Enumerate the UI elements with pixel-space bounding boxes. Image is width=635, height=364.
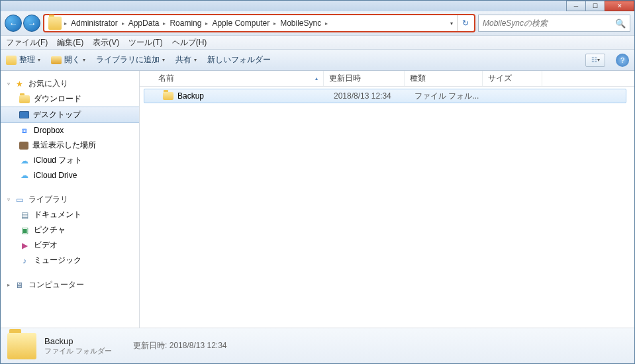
dropbox-icon: ⧈ — [19, 125, 30, 136]
recent-icon — [19, 142, 28, 150]
picture-icon: ▣ — [19, 225, 30, 236]
titlebar: ─ ☐ ✕ — [1, 1, 634, 11]
details-modified: 更新日時: 2018/8/13 12:34 — [133, 340, 226, 351]
file-type: ファイル フォル... — [409, 91, 487, 102]
file-pane: 名前▴ 更新日時 種類 サイズ Backup 2018/8/13 12:34 フ… — [140, 71, 634, 328]
chevron-right-icon: ▸ — [325, 21, 328, 26]
menu-help[interactable]: ヘルプ(H) — [172, 37, 207, 48]
folder-icon — [163, 92, 173, 100]
sidebar-item-documents[interactable]: ▤ドキュメント — [1, 207, 139, 222]
breadcrumb[interactable]: Apple Computer — [208, 19, 273, 28]
menu-edit[interactable]: 編集(E) — [57, 37, 83, 48]
menu-view[interactable]: 表示(V) — [93, 37, 119, 48]
star-icon: ★ — [14, 79, 24, 89]
expand-icon: ▸ — [7, 282, 10, 288]
menu-tools[interactable]: ツール(T) — [128, 37, 162, 48]
sidebar-item-recent[interactable]: 最近表示した場所 — [1, 138, 139, 153]
column-type[interactable]: 種類 — [405, 71, 483, 86]
back-button[interactable]: ← — [5, 15, 22, 32]
column-size[interactable]: サイズ — [483, 71, 542, 86]
refresh-button[interactable]: ↻ — [457, 15, 473, 31]
details-type: ファイル フォルダー — [44, 346, 112, 356]
folder-icon — [48, 17, 62, 30]
navigation-pane: ▿ ★ お気に入り ダウンロード デスクトップ ⧈Dropbox 最近表示した場… — [1, 71, 140, 328]
organize-button[interactable]: 整理 — [6, 54, 40, 66]
search-input[interactable] — [483, 19, 615, 28]
sort-asc-icon: ▴ — [315, 75, 318, 81]
folder-icon — [7, 333, 36, 359]
share-button[interactable]: 共有 — [175, 54, 197, 66]
expand-icon: ▿ — [7, 197, 10, 203]
help-button[interactable]: ? — [616, 54, 629, 67]
search-icon[interactable]: 🔍 — [615, 19, 626, 28]
explorer-window: ─ ☐ ✕ ← → ▸ Administrator ▸ AppData ▸ Ro… — [0, 0, 635, 364]
add-to-library-button[interactable]: ライブラリに追加 — [96, 54, 165, 66]
sidebar-item-icloud-photo[interactable]: ☁iCloud フォト — [1, 153, 139, 168]
view-options-button[interactable]: ☷ — [585, 54, 605, 67]
forward-button[interactable]: → — [23, 15, 40, 32]
breadcrumb[interactable]: Administrator — [67, 19, 122, 28]
sidebar-item-desktop[interactable]: デスクトップ — [1, 107, 139, 123]
search-box[interactable]: 🔍 — [478, 15, 630, 32]
libraries-header[interactable]: ▿ ▭ ライブラリ — [1, 192, 139, 207]
column-name[interactable]: 名前▴ — [153, 71, 324, 86]
sidebar-item-icloud-drive[interactable]: ☁iCloud Drive — [1, 168, 139, 183]
cloud-photo-icon: ☁ — [19, 156, 30, 166]
expand-icon: ▿ — [7, 81, 10, 87]
library-icon: ▭ — [14, 195, 24, 205]
sidebar-item-videos[interactable]: ▶ビデオ — [1, 238, 139, 253]
new-folder-button[interactable]: 新しいフォルダー — [207, 54, 271, 66]
dropdown-icon[interactable]: ▾ — [446, 21, 457, 26]
organize-icon — [6, 56, 17, 65]
video-icon: ▶ — [19, 240, 30, 251]
desktop-icon — [19, 111, 29, 118]
address-bar[interactable]: ▸ Administrator ▸ AppData ▸ Roaming ▸ Ap… — [43, 14, 475, 32]
sidebar-item-dropbox[interactable]: ⧈Dropbox — [1, 123, 139, 138]
favorites-header[interactable]: ▿ ★ お気に入り — [1, 76, 139, 91]
details-pane: Backup ファイル フォルダー 更新日時: 2018/8/13 12:34 — [1, 328, 634, 363]
breadcrumb[interactable]: Roaming — [166, 19, 205, 28]
cloud-drive-icon: ☁ — [19, 170, 30, 181]
content-area: ▿ ★ お気に入り ダウンロード デスクトップ ⧈Dropbox 最近表示した場… — [1, 71, 634, 328]
sidebar-item-music[interactable]: ♪ミュージック — [1, 253, 139, 268]
column-headers: 名前▴ 更新日時 種類 サイズ — [140, 71, 634, 87]
music-icon: ♪ — [19, 255, 30, 266]
close-button[interactable]: ✕ — [605, 1, 634, 11]
open-button[interactable]: 開く — [51, 54, 85, 66]
file-row[interactable]: Backup 2018/8/13 12:34 ファイル フォル... — [144, 89, 626, 103]
menu-file[interactable]: ファイル(F) — [6, 37, 48, 48]
computer-icon: 🖥 — [14, 280, 24, 291]
file-date: 2018/8/13 12:34 — [328, 91, 409, 101]
download-icon — [19, 95, 30, 103]
navigation-bar: ← → ▸ Administrator ▸ AppData ▸ Roaming … — [1, 11, 634, 35]
details-name: Backup — [44, 336, 112, 346]
sidebar-item-pictures[interactable]: ▣ピクチャ — [1, 222, 139, 238]
breadcrumb[interactable]: MobileSync — [276, 19, 325, 28]
sidebar-item-downloads[interactable]: ダウンロード — [1, 91, 139, 107]
file-name: Backup — [177, 91, 204, 101]
toolbar: 整理 開く ライブラリに追加 共有 新しいフォルダー ☷ ? — [1, 50, 634, 71]
minimize-button[interactable]: ─ — [566, 1, 586, 11]
open-icon — [51, 56, 62, 64]
column-date[interactable]: 更新日時 — [324, 71, 405, 86]
menu-bar: ファイル(F) 編集(E) 表示(V) ツール(T) ヘルプ(H) — [1, 35, 634, 50]
maximize-button[interactable]: ☐ — [585, 1, 605, 11]
breadcrumb[interactable]: AppData — [124, 19, 164, 28]
file-list: Backup 2018/8/13 12:34 ファイル フォル... — [140, 87, 634, 328]
document-icon: ▤ — [19, 210, 30, 220]
computer-header[interactable]: ▸ 🖥 コンピューター — [1, 277, 139, 293]
